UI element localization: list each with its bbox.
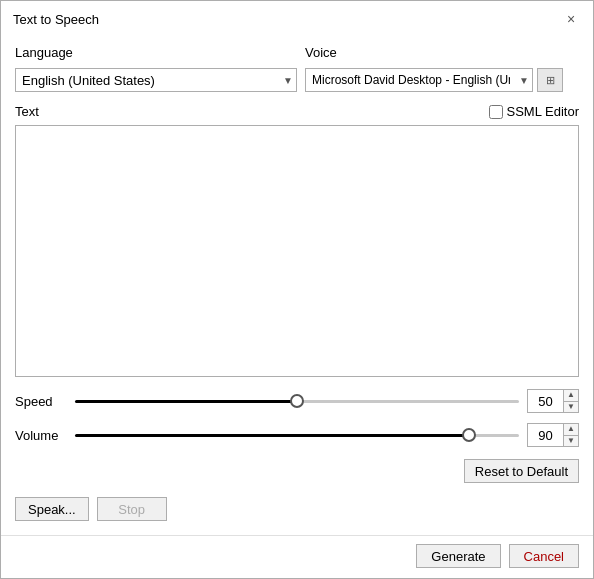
voice-settings-button[interactable]: ⊞ [537,68,563,92]
ssml-checkbox[interactable] [489,105,503,119]
language-dropdown-wrapper: English (United States) English (United … [15,68,297,92]
speed-arrows: ▲ ▼ [564,390,578,412]
speed-value-input[interactable] [528,390,564,412]
volume-label: Volume [15,428,67,443]
volume-value-input[interactable] [528,424,564,446]
ssml-row: SSML Editor [489,104,580,119]
volume-spinbox: ▲ ▼ [527,423,579,447]
speed-row: Speed ▲ ▼ [15,389,579,413]
close-button[interactable]: × [561,9,581,29]
stop-button[interactable]: Stop [97,497,167,521]
language-label: Language [15,45,305,60]
reset-to-default-button[interactable]: Reset to Default [464,459,579,483]
voice-dropdown-wrapper: Microsoft David Desktop - English (Unite… [305,68,533,92]
title-bar: Text to Speech × [1,1,593,35]
dialog-content: Language Voice English (United States) E… [1,35,593,535]
speed-decrement-button[interactable]: ▼ [564,402,578,413]
footer-row: Generate Cancel [1,535,593,578]
volume-arrows: ▲ ▼ [564,424,578,446]
dialog-title: Text to Speech [13,12,99,27]
cancel-button[interactable]: Cancel [509,544,579,568]
voice-select[interactable]: Microsoft David Desktop - English (Unite… [305,68,533,92]
volume-decrement-button[interactable]: ▼ [564,436,578,447]
voice-row: Microsoft David Desktop - English (Unite… [305,68,563,92]
text-input[interactable] [15,125,579,377]
text-header-row: Text SSML Editor [15,104,579,119]
generate-button[interactable]: Generate [416,544,500,568]
voice-label: Voice [305,45,337,60]
speed-volume-section: Speed ▲ ▼ Volume [15,383,579,451]
volume-row: Volume ▲ ▼ [15,423,579,447]
text-to-speech-dialog: Text to Speech × Language Voice English … [0,0,594,579]
volume-increment-button[interactable]: ▲ [564,424,578,436]
speed-slider[interactable] [75,399,519,403]
text-label: Text [15,104,39,119]
speed-spinbox: ▲ ▼ [527,389,579,413]
dropdowns-row: English (United States) English (United … [15,68,579,92]
language-select[interactable]: English (United States) English (United … [15,68,297,92]
speak-stop-row: Speak... Stop [15,491,579,525]
speak-button[interactable]: Speak... [15,497,89,521]
speed-label: Speed [15,394,67,409]
field-labels-row: Language Voice [15,45,579,60]
ssml-label[interactable]: SSML Editor [507,104,580,119]
speed-increment-button[interactable]: ▲ [564,390,578,402]
voice-settings-icon: ⊞ [546,74,555,87]
volume-slider[interactable] [75,433,519,437]
reset-row: Reset to Default [15,457,579,485]
